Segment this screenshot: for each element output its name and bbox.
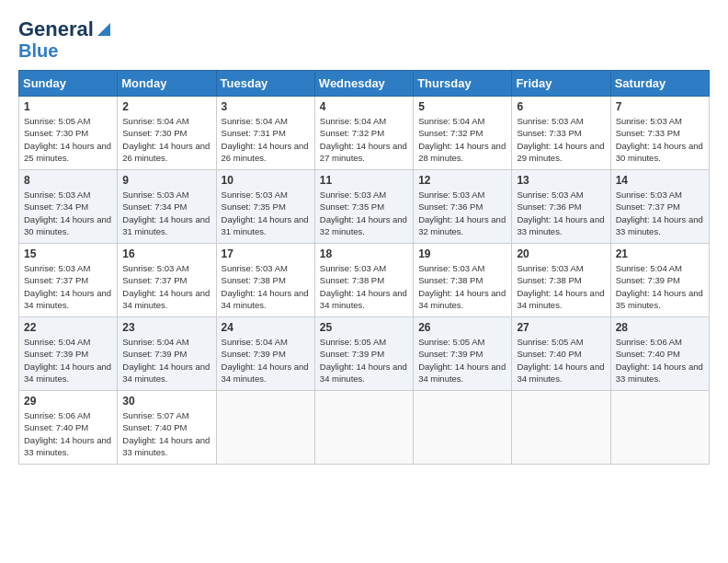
day-info: Sunrise: 5:03 AM Sunset: 7:36 PM Dayligh… xyxy=(418,189,506,237)
calendar-day-cell: 20 Sunrise: 5:03 AM Sunset: 7:38 PM Dayl… xyxy=(512,244,610,317)
day-info: Sunrise: 5:04 AM Sunset: 7:32 PM Dayligh… xyxy=(418,115,506,164)
sunrise-label: Sunrise: 5:03 AM xyxy=(222,263,288,273)
sunset-label: Sunset: 7:40 PM xyxy=(616,349,680,359)
sunset-label: Sunset: 7:30 PM xyxy=(122,128,187,138)
calendar-day-cell: 27 Sunrise: 5:05 AM Sunset: 7:40 PM Dayl… xyxy=(512,317,610,391)
daylight-label: Daylight: 14 hours and 31 minutes. xyxy=(122,214,210,236)
daylight-label: Daylight: 14 hours and 30 minutes. xyxy=(24,214,111,236)
sunrise-label: Sunrise: 5:04 AM xyxy=(122,116,188,126)
day-info: Sunrise: 5:03 AM Sunset: 7:38 PM Dayligh… xyxy=(517,262,605,311)
day-number: 15 xyxy=(24,247,112,260)
day-info: Sunrise: 5:03 AM Sunset: 7:37 PM Dayligh… xyxy=(616,189,704,237)
day-info: Sunrise: 5:05 AM Sunset: 7:30 PM Dayligh… xyxy=(24,115,112,164)
calendar-week-row: 15 Sunrise: 5:03 AM Sunset: 7:37 PM Dayl… xyxy=(19,244,710,317)
day-info: Sunrise: 5:03 AM Sunset: 7:38 PM Dayligh… xyxy=(320,262,408,311)
sunrise-label: Sunrise: 5:03 AM xyxy=(418,190,484,200)
sunset-label: Sunset: 7:38 PM xyxy=(517,275,581,285)
calendar-day-cell xyxy=(610,391,709,465)
sunrise-label: Sunrise: 5:04 AM xyxy=(418,116,484,126)
day-info: Sunrise: 5:04 AM Sunset: 7:39 PM Dayligh… xyxy=(222,336,310,385)
day-number: 24 xyxy=(222,321,310,334)
calendar-day-cell: 25 Sunrise: 5:05 AM Sunset: 7:39 PM Dayl… xyxy=(314,317,413,391)
day-number: 9 xyxy=(122,174,210,187)
sunset-label: Sunset: 7:40 PM xyxy=(517,349,581,359)
calendar-day-cell: 4 Sunrise: 5:04 AM Sunset: 7:32 PM Dayli… xyxy=(314,97,413,170)
daylight-label: Daylight: 14 hours and 34 minutes. xyxy=(222,362,309,384)
day-number: 26 xyxy=(418,321,506,334)
sunset-label: Sunset: 7:40 PM xyxy=(24,422,88,432)
daylight-label: Daylight: 14 hours and 34 minutes. xyxy=(24,362,111,384)
sunrise-label: Sunrise: 5:06 AM xyxy=(616,337,682,347)
logo: General Blue xyxy=(18,18,112,61)
day-info: Sunrise: 5:04 AM Sunset: 7:32 PM Dayligh… xyxy=(320,115,408,164)
calendar-day-cell: 29 Sunrise: 5:06 AM Sunset: 7:40 PM Dayl… xyxy=(19,391,118,465)
calendar-week-row: 1 Sunrise: 5:05 AM Sunset: 7:30 PM Dayli… xyxy=(19,97,710,170)
day-info: Sunrise: 5:06 AM Sunset: 7:40 PM Dayligh… xyxy=(24,409,112,458)
calendar-day-cell: 10 Sunrise: 5:03 AM Sunset: 7:35 PM Dayl… xyxy=(216,170,314,244)
calendar-day-cell: 22 Sunrise: 5:04 AM Sunset: 7:39 PM Dayl… xyxy=(19,317,118,391)
calendar-day-cell: 19 Sunrise: 5:03 AM Sunset: 7:38 PM Dayl… xyxy=(414,244,512,317)
sunset-label: Sunset: 7:39 PM xyxy=(122,349,187,359)
sunset-label: Sunset: 7:37 PM xyxy=(122,275,187,285)
calendar-week-row: 29 Sunrise: 5:06 AM Sunset: 7:40 PM Dayl… xyxy=(19,391,710,465)
day-number: 6 xyxy=(517,100,605,113)
daylight-label: Daylight: 14 hours and 25 minutes. xyxy=(24,141,111,163)
calendar-day-cell: 17 Sunrise: 5:03 AM Sunset: 7:38 PM Dayl… xyxy=(216,244,314,317)
calendar-day-cell: 7 Sunrise: 5:03 AM Sunset: 7:33 PM Dayli… xyxy=(610,97,709,170)
day-number: 12 xyxy=(418,174,506,187)
calendar-day-cell: 24 Sunrise: 5:04 AM Sunset: 7:39 PM Dayl… xyxy=(216,317,314,391)
logo-general: General xyxy=(18,18,94,40)
sunset-label: Sunset: 7:35 PM xyxy=(320,201,384,212)
sunrise-label: Sunrise: 5:03 AM xyxy=(517,190,583,200)
daylight-label: Daylight: 14 hours and 27 minutes. xyxy=(320,141,407,163)
calendar-day-cell: 5 Sunrise: 5:04 AM Sunset: 7:32 PM Dayli… xyxy=(414,97,512,170)
day-number: 11 xyxy=(320,174,408,187)
day-number: 2 xyxy=(122,100,210,113)
daylight-label: Daylight: 14 hours and 34 minutes. xyxy=(122,362,210,384)
calendar-day-cell: 16 Sunrise: 5:03 AM Sunset: 7:37 PM Dayl… xyxy=(118,244,216,317)
calendar-day-cell: 12 Sunrise: 5:03 AM Sunset: 7:36 PM Dayl… xyxy=(414,170,512,244)
day-number: 17 xyxy=(222,247,310,260)
svg-marker-0 xyxy=(97,23,110,36)
sunrise-label: Sunrise: 5:03 AM xyxy=(222,190,288,200)
sunrise-label: Sunrise: 5:03 AM xyxy=(517,116,583,126)
sunset-label: Sunset: 7:34 PM xyxy=(122,201,187,212)
sunset-label: Sunset: 7:35 PM xyxy=(222,201,286,212)
calendar-day-cell: 15 Sunrise: 5:03 AM Sunset: 7:37 PM Dayl… xyxy=(19,244,118,317)
sunset-label: Sunset: 7:40 PM xyxy=(122,422,187,432)
day-number: 22 xyxy=(24,321,112,334)
sunrise-label: Sunrise: 5:05 AM xyxy=(24,116,90,126)
day-info: Sunrise: 5:05 AM Sunset: 7:39 PM Dayligh… xyxy=(418,336,506,385)
calendar-day-cell: 8 Sunrise: 5:03 AM Sunset: 7:34 PM Dayli… xyxy=(19,170,118,244)
calendar-day-cell: 18 Sunrise: 5:03 AM Sunset: 7:38 PM Dayl… xyxy=(314,244,413,317)
sunrise-label: Sunrise: 5:04 AM xyxy=(320,116,386,126)
sunset-label: Sunset: 7:32 PM xyxy=(320,128,384,138)
day-info: Sunrise: 5:04 AM Sunset: 7:39 PM Dayligh… xyxy=(122,336,210,385)
day-info: Sunrise: 5:03 AM Sunset: 7:35 PM Dayligh… xyxy=(320,189,408,237)
sunrise-label: Sunrise: 5:04 AM xyxy=(616,263,682,273)
page-header: General Blue xyxy=(18,18,710,61)
sunrise-label: Sunrise: 5:04 AM xyxy=(222,337,288,347)
daylight-label: Daylight: 14 hours and 34 minutes. xyxy=(122,288,210,310)
logo-blue: Blue xyxy=(18,40,58,61)
sunrise-label: Sunrise: 5:03 AM xyxy=(122,190,188,200)
daylight-label: Daylight: 14 hours and 34 minutes. xyxy=(517,288,604,310)
day-info: Sunrise: 5:03 AM Sunset: 7:38 PM Dayligh… xyxy=(418,262,506,311)
daylight-label: Daylight: 14 hours and 34 minutes. xyxy=(24,288,111,310)
day-info: Sunrise: 5:03 AM Sunset: 7:33 PM Dayligh… xyxy=(517,115,605,164)
daylight-label: Daylight: 14 hours and 32 minutes. xyxy=(320,214,407,236)
daylight-label: Daylight: 14 hours and 29 minutes. xyxy=(517,141,604,163)
sunset-label: Sunset: 7:39 PM xyxy=(222,349,286,359)
daylight-label: Daylight: 14 hours and 33 minutes. xyxy=(616,362,703,384)
sunset-label: Sunset: 7:37 PM xyxy=(616,201,680,212)
sunset-label: Sunset: 7:38 PM xyxy=(320,275,384,285)
day-of-week-header: Sunday xyxy=(19,71,118,97)
day-of-week-header: Thursday xyxy=(414,71,512,97)
day-info: Sunrise: 5:05 AM Sunset: 7:40 PM Dayligh… xyxy=(517,336,605,385)
daylight-label: Daylight: 14 hours and 26 minutes. xyxy=(222,141,309,163)
sunrise-label: Sunrise: 5:05 AM xyxy=(418,337,484,347)
day-number: 3 xyxy=(222,100,310,113)
day-info: Sunrise: 5:03 AM Sunset: 7:37 PM Dayligh… xyxy=(122,262,210,311)
sunset-label: Sunset: 7:39 PM xyxy=(320,349,384,359)
day-number: 5 xyxy=(418,100,506,113)
